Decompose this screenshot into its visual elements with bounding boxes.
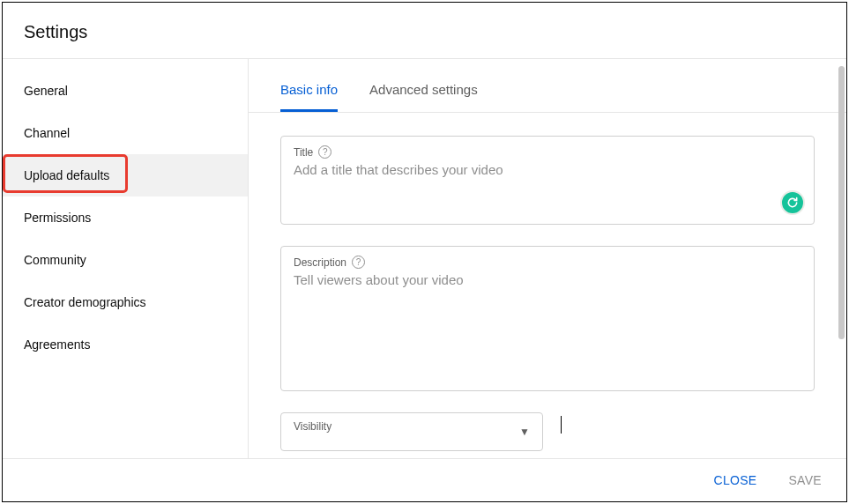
sidebar-item-label: Community [24,253,86,267]
sidebar-item-label: Agreements [24,337,90,352]
text-cursor [561,416,562,434]
sidebar-item-creator-demographics[interactable]: Creator demographics [3,281,248,323]
sidebar-item-label: General [24,84,68,98]
sidebar-item-upload-defaults[interactable]: Upload defaults [3,154,248,196]
dialog-body: General Channel Upload defaults Permissi… [3,59,846,458]
description-input[interactable] [294,272,801,378]
sidebar-item-label: Upload defaults [24,168,109,182]
description-label-row: Description ? [294,256,801,269]
sidebar-item-general[interactable]: General [3,70,248,112]
title-field: Title ? [280,136,815,225]
scrollbar-thumb[interactable] [838,66,845,339]
sidebar-item-agreements[interactable]: Agreements [3,323,248,366]
sidebar: General Channel Upload defaults Permissi… [3,59,249,458]
description-field: Description ? [280,246,815,391]
sidebar-item-permissions[interactable]: Permissions [3,196,248,239]
visibility-row: Visibility ▼ [280,412,815,451]
visibility-label: Visibility [294,420,331,433]
sidebar-item-community[interactable]: Community [3,239,248,281]
visibility-dropdown[interactable]: Visibility ▼ [280,412,543,451]
tab-advanced-settings[interactable]: Advanced settings [369,82,478,112]
sidebar-item-label: Channel [24,126,70,140]
description-label: Description [294,256,346,269]
dialog-header: Settings [3,3,846,59]
tabs-bar: Basic info Advanced settings [249,59,846,113]
help-icon[interactable]: ? [318,145,331,159]
settings-dialog: Settings General Channel Upload defaults… [2,2,847,502]
dialog-title: Settings [24,22,825,42]
content-area: Basic info Advanced settings Title ? [249,59,846,458]
save-button[interactable]: SAVE [785,468,825,493]
tab-basic-info[interactable]: Basic info [280,82,338,112]
chevron-down-icon: ▼ [519,426,530,438]
form-area: Title ? Description ? [249,113,846,458]
sidebar-item-label: Creator demographics [24,295,146,309]
sidebar-item-label: Permissions [24,211,91,225]
close-button[interactable]: CLOSE [711,468,761,493]
title-label: Title [294,146,313,159]
grammarly-icon[interactable] [780,190,805,215]
title-input[interactable] [294,162,801,211]
sidebar-item-channel[interactable]: Channel [3,112,248,154]
dialog-footer: CLOSE SAVE [3,458,846,501]
help-icon[interactable]: ? [352,256,365,269]
title-label-row: Title ? [294,145,801,159]
